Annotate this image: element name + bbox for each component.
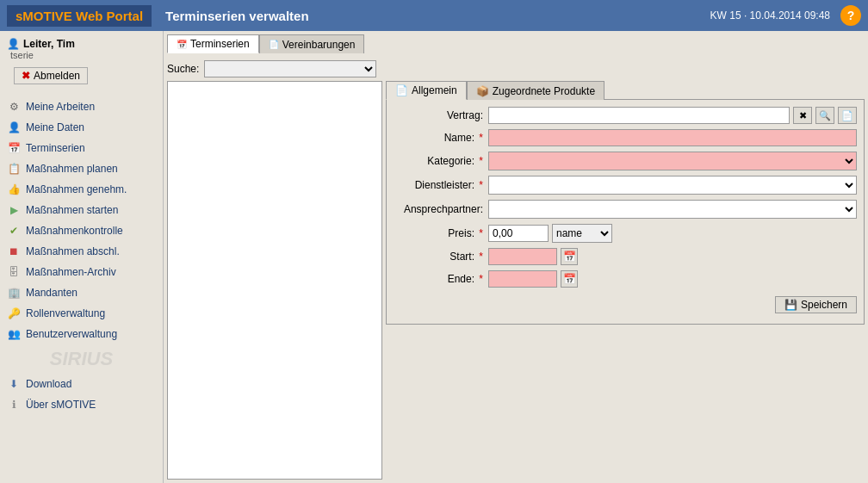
- sidebar-item-benutzerverwaltung[interactable]: 👥 Benutzerverwaltung: [0, 324, 163, 344]
- search-label: Suche:: [167, 63, 199, 75]
- sidebar-item-meine-daten[interactable]: 👤 Meine Daten: [0, 117, 163, 138]
- sidebar-item-download[interactable]: ⬇ Download: [0, 374, 163, 394]
- download-icon: ⬇: [7, 377, 21, 391]
- user-mgmt-icon: 👥: [7, 327, 21, 341]
- preis-unit-select[interactable]: name: [552, 224, 612, 243]
- approve-icon: 👍: [7, 183, 21, 196]
- start-row: Start: * 📅: [394, 248, 857, 265]
- main-content: 📅 Terminserien 📄 Vereinbarungen Suche:: [164, 31, 868, 483]
- sidebar-item-massnahmen-planen[interactable]: 📋 Maßnahmen planen: [0, 158, 163, 179]
- dienstleister-required: *: [479, 179, 483, 191]
- preis-required: *: [479, 227, 483, 239]
- start-required: *: [479, 251, 483, 263]
- preis-input[interactable]: 0,00: [488, 225, 549, 242]
- info-icon: ℹ: [7, 398, 21, 412]
- inner-tab-zugeordnete-produkte[interactable]: 📦 Zugeordnete Produkte: [467, 81, 604, 100]
- user-info: 👤 Leiter, Tim tserie: [0, 34, 163, 62]
- preis-row: Preis: * 0,00 name: [394, 224, 857, 243]
- start-date-group: 📅: [488, 248, 578, 265]
- sidebar-scroll: ⚙ Meine Arbeiten 👤 Meine Daten 📅 Termins…: [0, 96, 163, 480]
- sidebar-item-rollenverwaltung[interactable]: 🔑 Rollenverwaltung: [0, 303, 163, 324]
- vertrag-clear-btn[interactable]: ✖: [793, 107, 812, 124]
- search-dropdown[interactable]: [204, 60, 376, 77]
- datetime-display: KW 15 · 10.04.2014 09:48: [710, 9, 830, 22]
- sidebar-item-uber-smotive[interactable]: ℹ Über sMOTIVE: [0, 394, 163, 415]
- sidebar-item-massnahmen-abschl[interactable]: ⏹ Maßnahmen abschl.: [0, 241, 163, 262]
- start-calendar-btn[interactable]: 📅: [561, 248, 578, 265]
- vereinbarungen-tab-icon: 📄: [269, 40, 279, 49]
- kategorie-label: Kategorie: *: [394, 155, 488, 167]
- ende-date-group: 📅: [488, 270, 578, 288]
- start-label: Start: *: [394, 251, 488, 263]
- gear-icon: ⚙: [7, 100, 21, 114]
- save-icon: 💾: [784, 299, 797, 311]
- sidebar-item-terminserien[interactable]: 📅 Terminserien: [0, 138, 163, 158]
- ende-required: *: [479, 273, 483, 285]
- kategorie-required: *: [479, 155, 483, 167]
- logout-button[interactable]: ✖ Abmelden: [14, 67, 88, 84]
- search-row: Suche:: [167, 57, 865, 81]
- vertrag-doc-btn[interactable]: 📄: [838, 107, 857, 124]
- archive-icon: 🗄: [7, 265, 21, 279]
- save-inline-button[interactable]: 💾 Speichern: [775, 296, 857, 313]
- dienstleister-label: Dienstleister: *: [394, 179, 488, 191]
- vertrag-row: Vertrag: ✖ 🔍 📄: [394, 107, 857, 124]
- sidebar-item-massnahmen-starten[interactable]: ▶ Maßnahmen starten: [0, 200, 163, 220]
- page-title: Terminserien verwalten: [165, 9, 710, 23]
- check-icon: ✔: [7, 224, 21, 238]
- logo-portal: Web Portal: [72, 9, 143, 23]
- name-label: Name: *: [394, 132, 488, 144]
- sidebar-item-massnahmenkontrolle[interactable]: ✔ Maßnahmenkontrolle: [0, 220, 163, 241]
- tab-vereinbarungen[interactable]: 📄 Vereinbarungen: [259, 34, 365, 53]
- vertrag-label: Vertrag:: [394, 109, 488, 121]
- plan-icon: 📋: [7, 162, 21, 176]
- produkte-tab-icon: 📦: [476, 85, 489, 97]
- stop-icon: ⏹: [7, 245, 21, 258]
- play-icon: ▶: [7, 203, 21, 217]
- person-icon: 👤: [7, 38, 20, 50]
- calendar-icon: 📅: [7, 141, 21, 155]
- content-area: 📄 Allgemein 📦 Zugeordnete Produkte Vertr…: [167, 81, 865, 480]
- form-body: Vertrag: ✖ 🔍 📄 Name: *: [386, 99, 865, 325]
- inner-tabs: 📄 Allgemein 📦 Zugeordnete Produkte: [386, 81, 865, 100]
- ende-row: Ende: * 📅: [394, 270, 857, 288]
- vertrag-search-btn[interactable]: 🔍: [815, 107, 834, 124]
- preis-input-group: 0,00 name: [488, 224, 612, 243]
- ende-calendar-btn[interactable]: 📅: [561, 270, 578, 288]
- start-input[interactable]: [488, 248, 557, 265]
- vertrag-input-group: ✖ 🔍 📄: [488, 107, 857, 124]
- name-row: Name: *: [394, 129, 857, 146]
- vertrag-input[interactable]: [488, 107, 790, 124]
- ansprechpartner-select[interactable]: [488, 200, 857, 219]
- ende-input[interactable]: [488, 270, 557, 288]
- sidebar-item-meine-arbeiten[interactable]: ⚙ Meine Arbeiten: [0, 96, 163, 117]
- dienstleister-row: Dienstleister: *: [394, 176, 857, 195]
- ende-label: Ende: *: [394, 273, 488, 285]
- form-panel: 📄 Allgemein 📦 Zugeordnete Produkte Vertr…: [386, 81, 865, 480]
- role-icon: 🔑: [7, 307, 21, 320]
- name-input[interactable]: [488, 129, 857, 146]
- tab-terminserien[interactable]: 📅 Terminserien: [167, 34, 259, 53]
- inner-tab-allgemein[interactable]: 📄 Allgemein: [386, 81, 467, 100]
- dienstleister-select[interactable]: [488, 176, 857, 195]
- sidebar-item-mandanten[interactable]: 🏢 Mandanten: [0, 282, 163, 303]
- sidebar-item-massnahmen-genehm[interactable]: 👍 Maßnahmen genehm.: [0, 179, 163, 200]
- ansprechpartner-label: Ansprechpartner:: [394, 203, 488, 215]
- main-tabs: 📅 Terminserien 📄 Vereinbarungen: [167, 34, 865, 53]
- mandate-icon: 🏢: [7, 286, 21, 300]
- x-icon: ✖: [22, 70, 30, 82]
- person-icon: 👤: [7, 121, 21, 134]
- save-bottom-area: 💾 Speichern: [394, 293, 857, 317]
- allgemein-tab-icon: 📄: [395, 84, 408, 96]
- sidebar-item-massnahmen-archiv[interactable]: 🗄 Maßnahmen-Archiv: [0, 262, 163, 282]
- header: sMOTIVE Web Portal Terminserien verwalte…: [0, 0, 868, 31]
- kategorie-select[interactable]: [488, 152, 857, 170]
- sidebar: 👤 Leiter, Tim tserie ✖ Abmelden ⚙ Meine …: [0, 31, 164, 483]
- list-panel[interactable]: [167, 81, 382, 480]
- kategorie-row: Kategorie: *: [394, 152, 857, 170]
- sirius-watermark: SIRIUS: [0, 344, 163, 374]
- preis-label: Preis: *: [394, 227, 488, 239]
- username: 👤 Leiter, Tim: [7, 38, 156, 50]
- help-button[interactable]: ?: [840, 5, 861, 26]
- ansprechpartner-row: Ansprechpartner:: [394, 200, 857, 219]
